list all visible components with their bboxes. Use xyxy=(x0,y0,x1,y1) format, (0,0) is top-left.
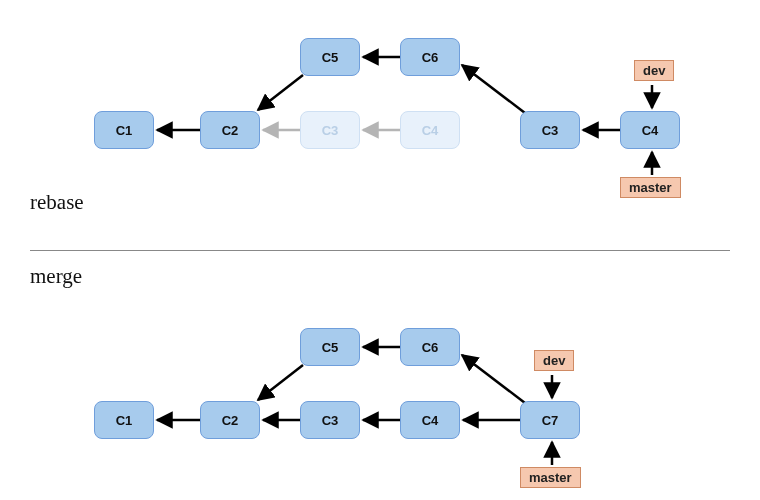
commit-label: C5 xyxy=(322,340,339,355)
commit-label: C1 xyxy=(116,413,133,428)
commit-c7: C7 xyxy=(520,401,580,439)
rebase-caption: rebase xyxy=(30,190,84,215)
commit-label: C5 xyxy=(322,50,339,65)
commit-c6: C6 xyxy=(400,38,460,76)
commit-label: C3 xyxy=(322,413,339,428)
commit-c5: C5 xyxy=(300,328,360,366)
merge-diagram: C5 C6 C1 C2 C3 C4 C7 dev master merge xyxy=(0,250,760,500)
branch-dev: dev xyxy=(534,350,574,371)
commit-label: C4 xyxy=(422,413,439,428)
section-divider xyxy=(30,250,730,251)
commit-c3-ghost: C3 xyxy=(300,111,360,149)
commit-c3: C3 xyxy=(300,401,360,439)
arrow-c5-c2 xyxy=(258,75,303,110)
arrow-c5-c2 xyxy=(258,365,303,400)
commit-label: C1 xyxy=(116,123,133,138)
commit-c6: C6 xyxy=(400,328,460,366)
branch-dev: dev xyxy=(634,60,674,81)
commit-c2: C2 xyxy=(200,111,260,149)
branch-label: master xyxy=(629,180,672,195)
commit-c4: C4 xyxy=(400,401,460,439)
commit-c1: C1 xyxy=(94,111,154,149)
arrow-c7-c6 xyxy=(462,355,525,403)
commit-label: C6 xyxy=(422,340,439,355)
branch-master: master xyxy=(520,467,581,488)
branch-label: dev xyxy=(543,353,565,368)
commit-c4-ghost: C4 xyxy=(400,111,460,149)
rebase-diagram: C5 C6 C1 C2 C3 C4 C3 C4 dev master rebas… xyxy=(0,0,760,250)
commit-label: C2 xyxy=(222,123,239,138)
commit-label: C4 xyxy=(642,123,659,138)
commit-c4: C4 xyxy=(620,111,680,149)
merge-caption: merge xyxy=(30,264,82,289)
branch-master: master xyxy=(620,177,681,198)
commit-label: C7 xyxy=(542,413,559,428)
commit-c3: C3 xyxy=(520,111,580,149)
commit-label: C3 xyxy=(542,123,559,138)
commit-label: C4 xyxy=(422,123,439,138)
commit-c2: C2 xyxy=(200,401,260,439)
commit-label: C3 xyxy=(322,123,339,138)
commit-c1: C1 xyxy=(94,401,154,439)
commit-label: C2 xyxy=(222,413,239,428)
commit-label: C6 xyxy=(422,50,439,65)
branch-label: master xyxy=(529,470,572,485)
merge-arrows xyxy=(0,250,760,500)
commit-c5: C5 xyxy=(300,38,360,76)
arrow-c3-c6 xyxy=(462,65,525,113)
branch-label: dev xyxy=(643,63,665,78)
